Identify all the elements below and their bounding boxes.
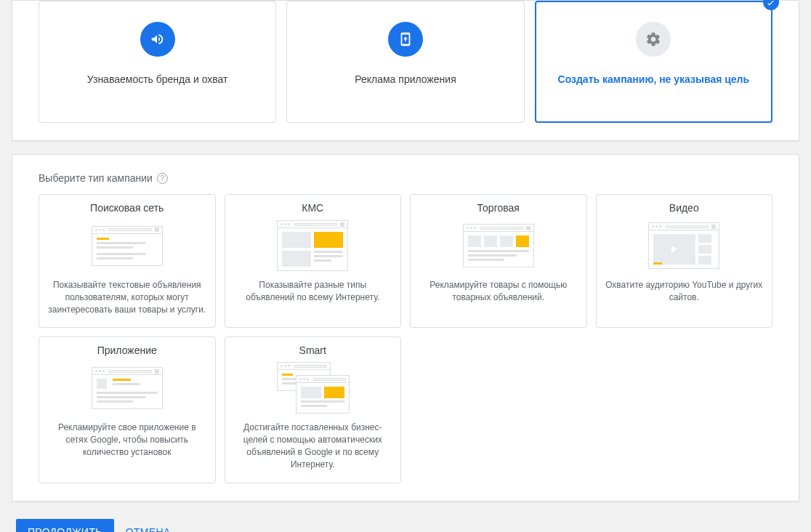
thumb-video-icon bbox=[644, 219, 724, 272]
goal-title: Реклама приложения bbox=[355, 73, 456, 87]
type-desc: Рекламируйте свое приложение в сетях Goo… bbox=[48, 422, 206, 458]
type-desc: Показывайте текстовые объявления пользов… bbox=[48, 279, 206, 315]
cancel-button[interactable]: ОТМЕНА bbox=[126, 526, 171, 532]
goal-card-brand-awareness[interactable]: Узнаваемость бренда и охват bbox=[39, 1, 276, 123]
campaign-type-panel: Выберите тип кампании ? Поисковая сеть bbox=[12, 154, 799, 501]
type-title: Приложение bbox=[97, 344, 157, 356]
goal-card-app-ads[interactable]: Реклама приложения bbox=[286, 1, 524, 123]
continue-button[interactable]: ПРОДОЛЖИТЬ bbox=[16, 519, 114, 532]
goal-title: Узнаваемость бренда и охват bbox=[87, 73, 228, 87]
section-label: Выберите тип кампании ? bbox=[39, 172, 772, 184]
type-desc: Достигайте поставленных бизнес-целей с п… bbox=[234, 422, 392, 470]
footer: ПРОДОЛЖИТЬ ОТМЕНА bbox=[12, 515, 799, 532]
section-label-text: Выберите тип кампании bbox=[39, 172, 153, 184]
goal-title: Создать кампанию, не указывая цель bbox=[558, 73, 750, 87]
campaign-type-smart[interactable]: Smart bbox=[225, 336, 402, 483]
check-badge-icon bbox=[763, 0, 779, 10]
goal-row: Узнаваемость бренда и охват Реклама прил… bbox=[39, 1, 772, 123]
campaign-type-grid: Поисковая сеть Показывайте текстовые объ… bbox=[39, 194, 772, 483]
type-desc: Рекламируйте товары с помощью товарных о… bbox=[419, 279, 578, 304]
type-title: Поисковая сеть bbox=[90, 202, 164, 214]
thumb-shopping-icon bbox=[459, 219, 538, 272]
megaphone-icon bbox=[140, 22, 175, 57]
type-desc: Показывайте разные типы объявлений по вс… bbox=[234, 279, 392, 304]
gear-icon bbox=[636, 22, 671, 57]
goal-card-no-goal[interactable]: Создать кампанию, не указывая цель bbox=[535, 1, 772, 123]
type-title: Видео bbox=[669, 202, 699, 214]
thumb-display-icon bbox=[273, 219, 352, 272]
campaign-type-search[interactable]: Поисковая сеть Показывайте текстовые объ… bbox=[39, 194, 216, 328]
goal-panel: Узнаваемость бренда и охват Реклама прил… bbox=[12, 0, 799, 141]
type-desc: Охватите аудиторию YouTube и других сайт… bbox=[605, 279, 764, 304]
type-title: Smart bbox=[299, 344, 326, 356]
help-icon[interactable]: ? bbox=[157, 173, 168, 184]
thumb-app-icon bbox=[87, 362, 167, 414]
campaign-type-shopping[interactable]: Торговая Рекламируйте товары с помощью т… bbox=[410, 194, 587, 328]
type-title: КМС bbox=[302, 202, 323, 214]
type-title: Торговая bbox=[477, 202, 520, 214]
thumb-search-icon bbox=[87, 219, 167, 272]
thumb-smart-icon bbox=[273, 362, 352, 414]
campaign-type-display[interactable]: КМС Показывайте р bbox=[225, 194, 402, 328]
campaign-type-app[interactable]: Приложение bbox=[39, 336, 216, 483]
phone-download-icon bbox=[388, 22, 423, 57]
campaign-type-video[interactable]: Видео Охватите аудиторию YouTube и други… bbox=[596, 194, 773, 328]
